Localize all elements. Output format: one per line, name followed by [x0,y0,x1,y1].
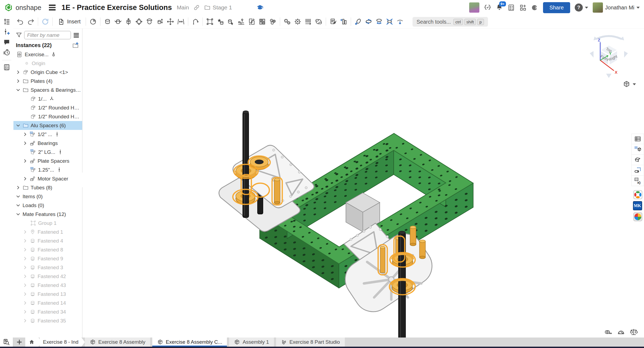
comments-button[interactable] [2,38,12,47]
search-tabs-button[interactable] [0,338,13,347]
tree-row[interactable]: 2" LG... [13,148,82,157]
app-colors-button[interactable] [633,190,643,200]
chevron-right-icon[interactable] [23,247,28,252]
chevron-right-icon[interactable] [23,229,28,235]
chevron-right-icon[interactable] [23,318,28,323]
tree-row[interactable]: 1/... [13,94,82,103]
document-tab[interactable]: Exercise 8 Assembly [85,338,150,347]
tree-row[interactable]: Fastened 3 [13,263,82,272]
rack-relation-button[interactable] [303,16,313,27]
instance-tree-button[interactable] [2,17,12,26]
ball-mate-button[interactable] [144,16,155,27]
chevron-down-icon[interactable] [16,194,21,199]
appearance-spheres-button[interactable] [267,16,278,27]
tree-row[interactable]: Tubes (8) [13,183,82,192]
learning-center-icon[interactable] [256,4,264,11]
notifications-bell[interactable]: 9+ [496,3,503,12]
ai-advisor-icon[interactable] [531,4,538,11]
protractor-icon[interactable] [617,328,625,336]
tree-row[interactable]: Fastened 8 [13,245,82,254]
workspace-breadcrumb[interactable]: Stage 1 [204,4,232,11]
mass-props-icon[interactable] [630,328,638,336]
document-tab[interactable]: Assembly 1 [229,338,274,347]
document-tab-active[interactable]: Exercise 8 Assembly C... [152,338,227,347]
bom-hidden-button[interactable] [328,16,338,27]
sync-button[interactable] [40,16,50,27]
list-view-icon[interactable] [73,32,80,39]
mate-dof-button[interactable] [2,27,12,37]
assembly-3d-view[interactable] [82,29,644,338]
replicate-button[interactable] [215,16,226,27]
feature-script-icon[interactable] [484,4,491,11]
rotate-play-button[interactable] [353,16,363,27]
onshape-logo[interactable]: onshape [4,3,41,12]
config-cube-button[interactable] [631,144,644,155]
tree-row[interactable]: Fastened 9 [13,254,82,263]
tree-row[interactable]: 1/2" Rounded Hex (... [13,103,82,112]
variables-button[interactable]: x) [631,176,644,186]
snap-down-button[interactable] [374,16,384,27]
belt-relation-button[interactable] [313,16,324,27]
tree-row[interactable]: Fastened 13 [13,290,82,299]
tree-row[interactable]: 1/2" ... [13,130,82,139]
collaborator-avatar[interactable] [469,2,479,13]
chevron-right-icon[interactable] [16,70,21,75]
chevron-right-icon[interactable] [23,274,28,279]
tree-row[interactable]: 1/2" Rounded Hex (... [13,112,82,121]
chevron-right-icon[interactable] [23,292,28,297]
tape-measure-icon[interactable] [605,328,612,336]
tree-row[interactable]: Mate Features (12) [13,210,82,219]
mate-connector-edit-button[interactable] [631,165,644,176]
named-positions-button[interactable] [88,16,98,27]
tree-row[interactable]: Items (0) [13,192,82,201]
branch-name[interactable]: Main [177,4,189,11]
tree-row[interactable]: Origin Cube <1> [13,68,82,77]
document-tab[interactable]: Exercise 8 Part Studio [276,338,345,347]
tree-row[interactable]: 1.25"... [13,165,82,174]
transfer-copy-button[interactable] [247,16,257,27]
cylindrical-mate-button[interactable] [165,16,176,27]
chevron-right-icon[interactable] [23,238,28,243]
chevron-right-icon[interactable] [23,283,28,288]
chevron-down-icon[interactable] [16,87,21,93]
add-folder-icon[interactable] [72,42,79,49]
tree-row[interactable]: Origin [13,59,82,68]
animate-loop-button[interactable] [363,16,374,27]
tree-row[interactable]: Group 1 [13,219,82,228]
filter-icon[interactable] [16,32,22,38]
tree-row[interactable]: Fastened 4 [13,236,82,245]
pin-slot-mate-button[interactable] [155,16,165,27]
chevron-right-icon[interactable] [23,132,28,137]
in-context-button[interactable] [236,16,247,27]
chevron-right-icon[interactable] [16,185,21,190]
chevron-right-icon[interactable] [23,300,28,306]
gear-relation-button[interactable] [282,16,292,27]
chevron-right-icon[interactable] [23,158,28,164]
search-tools[interactable]: Search tools... ctrlshiftp [413,17,488,27]
chevron-down-icon[interactable] [16,203,21,208]
main-menu-icon[interactable] [49,5,56,10]
tree-row[interactable]: Exercise... [13,50,82,59]
tasks-icon[interactable] [508,4,515,11]
tangent-mate-button[interactable] [176,16,186,27]
insert-button[interactable]: Insert [55,16,84,27]
chevron-right-icon[interactable] [23,256,28,261]
tree-row[interactable]: Fastened 35 [13,316,82,325]
revolute-mate-button[interactable] [113,16,123,27]
appearance-part-button[interactable] [631,155,644,165]
chevron-right-icon[interactable] [23,176,28,181]
view-options[interactable] [623,80,636,88]
chevron-down-icon[interactable] [16,212,21,217]
tree-row[interactable]: Bearings [13,139,82,148]
tree-row[interactable]: Loads (0) [13,201,82,210]
view-cube[interactable]: Top Front Right Z X Y [588,33,630,80]
tree-row[interactable]: Spacers & Bearings (3) [13,86,82,94]
undo-button[interactable] [15,16,26,27]
app-wheel-button[interactable] [633,212,643,222]
select-replace-button[interactable] [226,16,236,27]
checklist-button[interactable] [2,63,12,72]
3d-viewport[interactable]: Top Front Right Z X Y x)MK [82,29,644,338]
slider-mate-button[interactable] [123,16,134,27]
chevron-right-icon[interactable] [23,309,28,314]
tree-row[interactable]: Plates (4) [13,77,82,86]
